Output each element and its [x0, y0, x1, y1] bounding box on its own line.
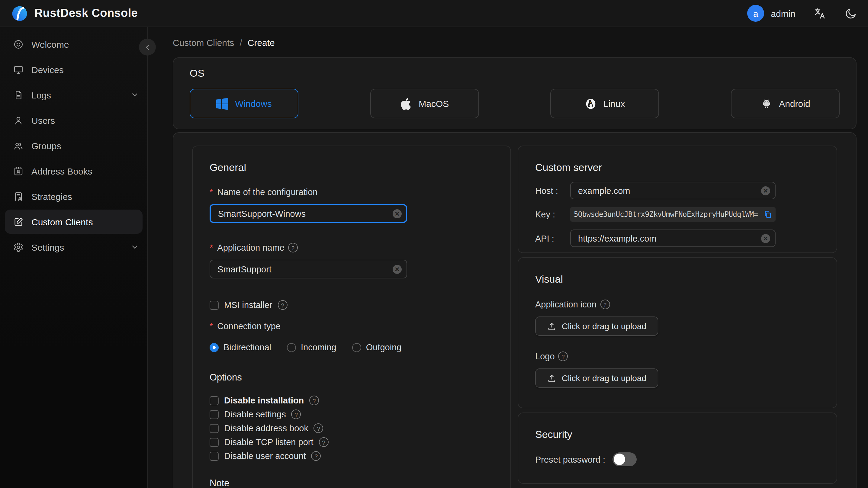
os-section-title: OS: [190, 68, 840, 80]
address-book-icon: [13, 166, 24, 176]
radio-outgoing[interactable]: Outgoing: [352, 342, 402, 352]
msi-installer-label: MSI installer: [224, 300, 272, 310]
sidebar-item-devices[interactable]: Devices: [5, 57, 143, 82]
chevron-left-icon: [144, 43, 151, 51]
disable-settings-checkbox[interactable]: [210, 410, 219, 419]
key-value[interactable]: 5Qbwsde3unUcJBtrx9ZkvUmwFNoExHzpryHuPUdq…: [574, 210, 761, 219]
api-label: API :: [535, 234, 570, 243]
android-robot-icon: [760, 97, 772, 110]
config-name-label: * Name of the configuration: [210, 187, 494, 197]
sidebar-item-welcome[interactable]: Welcome: [5, 32, 143, 56]
help-icon[interactable]: ?: [311, 451, 321, 461]
host-field: ✕: [570, 182, 776, 199]
help-icon[interactable]: ?: [600, 300, 610, 309]
breadcrumb: Custom Clients / Create: [173, 27, 857, 57]
sidebar-item-custom-clients[interactable]: Custom Clients: [5, 210, 143, 234]
people-icon: [13, 141, 24, 151]
sidebar-item-label: Custom Clients: [31, 216, 93, 227]
monitor-icon: [13, 64, 24, 74]
custom-server-title: Custom server: [535, 162, 820, 174]
help-icon[interactable]: ?: [558, 352, 568, 361]
breadcrumb-create: Create: [248, 37, 275, 48]
option-label: Disable user account: [224, 451, 306, 461]
radio-incoming[interactable]: Incoming: [287, 342, 336, 352]
application-icon-label: Application icon ?: [535, 300, 820, 309]
host-row: Host : ✕: [535, 182, 820, 199]
disable-installation-checkbox[interactable]: [210, 396, 219, 405]
msi-installer-checkbox[interactable]: [210, 301, 219, 309]
person-icon: [13, 115, 24, 125]
breadcrumb-separator: /: [240, 37, 242, 48]
preset-password-label: Preset password :: [535, 455, 605, 464]
copy-icon[interactable]: [764, 210, 772, 219]
sidebar-item-address-books[interactable]: Address Books: [5, 159, 143, 183]
help-icon[interactable]: ?: [309, 396, 319, 405]
preset-password-row: Preset password :: [535, 452, 820, 466]
key-row: Key : 5Qbwsde3unUcJBtrx9ZkvUmwFNoExHzpry…: [535, 207, 820, 222]
general-title: General: [210, 162, 494, 174]
os-button-macos[interactable]: MacOS: [370, 89, 479, 118]
radio-bidirectional[interactable]: Bidirectional: [210, 342, 271, 352]
chevron-down-icon: [130, 243, 139, 251]
disable-address-book-checkbox[interactable]: [210, 424, 219, 433]
config-name-input[interactable]: [210, 204, 407, 223]
clear-icon[interactable]: ✕: [393, 209, 402, 218]
smiley-icon: [13, 39, 24, 49]
dark-mode-moon-icon[interactable]: [844, 7, 857, 20]
disable-address-book-row: Disable address book ?: [210, 423, 494, 433]
help-icon[interactable]: ?: [319, 437, 329, 447]
sidebar-item-logs[interactable]: Logs: [5, 83, 143, 107]
sidebar-collapse-button[interactable]: [139, 39, 156, 56]
key-label: Key :: [535, 210, 570, 219]
os-section: OS Windows MacOS: [173, 57, 857, 129]
logo-upload-button[interactable]: Click or drag to upload: [535, 368, 658, 388]
clear-icon[interactable]: ✕: [393, 265, 402, 274]
chevron-down-icon: [130, 91, 139, 99]
option-label: Disable TCP listen port: [224, 437, 313, 447]
username[interactable]: admin: [771, 8, 796, 19]
top-header: RustDesk Console a admin: [0, 0, 868, 27]
disable-user-account-checkbox[interactable]: [210, 452, 219, 460]
os-button-android[interactable]: Android: [731, 89, 840, 118]
sidebar-item-label: Logs: [31, 90, 51, 100]
config-name-field: ✕: [210, 204, 407, 223]
translate-icon[interactable]: [814, 7, 826, 20]
upload-icon: [547, 373, 556, 383]
sidebar-item-label: Welcome: [31, 39, 69, 49]
sidebar-item-settings[interactable]: Settings: [5, 235, 143, 259]
help-icon[interactable]: ?: [278, 300, 287, 310]
host-input[interactable]: [570, 182, 776, 199]
options-group: Disable installation ? Disable settings …: [210, 396, 494, 461]
required-asterisk: *: [210, 187, 213, 197]
help-icon[interactable]: ?: [288, 243, 298, 252]
options-title: Options: [210, 372, 494, 383]
help-icon[interactable]: ?: [314, 423, 323, 433]
application-icon-upload-button[interactable]: Click or drag to upload: [535, 316, 658, 336]
gear-icon: [13, 242, 24, 252]
app-title: RustDesk Console: [34, 7, 138, 20]
sidebar-item-strategies[interactable]: Strategies: [5, 184, 143, 208]
preset-password-toggle[interactable]: [613, 452, 637, 466]
required-asterisk: *: [210, 321, 213, 331]
sidebar-item-users[interactable]: Users: [5, 108, 143, 132]
help-icon[interactable]: ?: [291, 409, 301, 419]
application-name-input[interactable]: [210, 260, 407, 278]
os-button-windows[interactable]: Windows: [190, 89, 299, 118]
api-input[interactable]: [570, 230, 776, 247]
radio-dot: [210, 343, 219, 352]
os-button-linux[interactable]: Linux: [551, 89, 659, 118]
sidebar-item-label: Strategies: [31, 191, 72, 202]
avatar[interactable]: a: [747, 5, 764, 22]
document-icon: [13, 90, 24, 100]
client-config-section: General * Name of the configuration ✕ * …: [173, 132, 857, 488]
clear-icon[interactable]: ✕: [761, 234, 770, 243]
breadcrumb-custom-clients[interactable]: Custom Clients: [173, 37, 234, 48]
upload-button-label: Click or drag to upload: [562, 321, 646, 331]
clear-icon[interactable]: ✕: [761, 186, 770, 195]
connection-type-options: Bidirectional Incoming Outgoing: [210, 342, 494, 352]
sidebar-item-groups[interactable]: Groups: [5, 133, 143, 158]
main-content: Custom Clients / Create OS Windows: [148, 27, 868, 488]
header-right: a admin: [747, 5, 857, 22]
sidebar-item-label: Users: [31, 115, 55, 125]
disable-tcp-listen-port-checkbox[interactable]: [210, 437, 219, 447]
